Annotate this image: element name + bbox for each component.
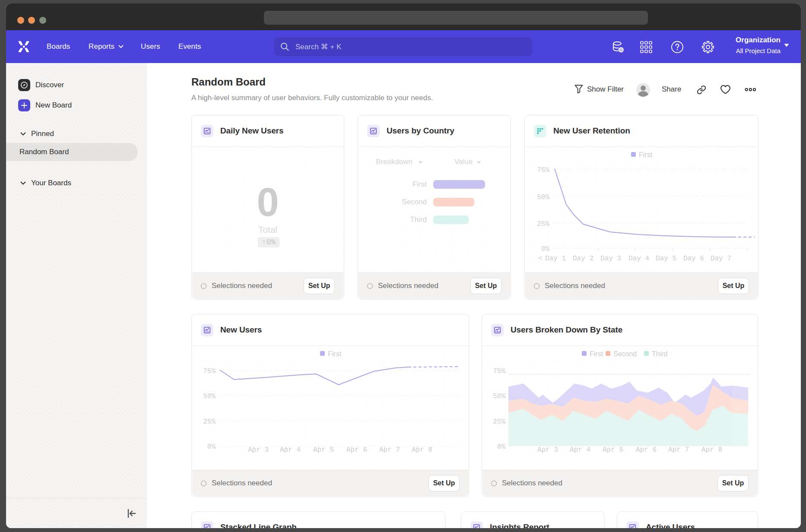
svg-text:Apr 6: Apr 6 bbox=[346, 446, 367, 454]
svg-text:Day 1: Day 1 bbox=[545, 255, 566, 263]
svg-text:Day 6: Day 6 bbox=[683, 255, 704, 263]
svg-text:Second: Second bbox=[613, 350, 637, 358]
svg-text:25%: 25% bbox=[537, 220, 549, 228]
svg-text:50%: 50% bbox=[537, 193, 549, 201]
svg-text:75%: 75% bbox=[537, 166, 549, 174]
svg-text:0%: 0% bbox=[497, 443, 506, 451]
svg-text:0%: 0% bbox=[541, 245, 550, 253]
svg-text:75%: 75% bbox=[203, 367, 216, 375]
svg-text:First: First bbox=[328, 350, 342, 358]
svg-text:50%: 50% bbox=[203, 393, 216, 400]
svg-text:Apr 3: Apr 3 bbox=[537, 446, 558, 454]
svg-text:Apr 5: Apr 5 bbox=[313, 446, 334, 454]
svg-text:25%: 25% bbox=[203, 418, 216, 426]
svg-text:Day 4: Day 4 bbox=[628, 255, 649, 263]
svg-text:First: First bbox=[590, 350, 603, 358]
svg-text:Apr 7: Apr 7 bbox=[379, 446, 400, 454]
svg-text:25%: 25% bbox=[493, 418, 505, 426]
svg-text:Day 3: Day 3 bbox=[600, 255, 621, 263]
svg-text:Third: Third bbox=[652, 350, 667, 358]
svg-text:Apr 3: Apr 3 bbox=[248, 446, 269, 454]
svg-text:Day 2: Day 2 bbox=[573, 255, 593, 263]
svg-text:Apr 4: Apr 4 bbox=[570, 446, 590, 454]
svg-text:Day 5: Day 5 bbox=[656, 255, 676, 263]
svg-text:Apr 8: Apr 8 bbox=[701, 446, 722, 454]
svg-text:Apr 4: Apr 4 bbox=[280, 446, 301, 454]
svg-text:75%: 75% bbox=[493, 367, 505, 375]
svg-text:Apr 5: Apr 5 bbox=[603, 446, 623, 454]
svg-text:0%: 0% bbox=[207, 443, 216, 451]
svg-text:<: < bbox=[538, 255, 543, 263]
svg-text:50%: 50% bbox=[493, 393, 505, 400]
svg-text:Apr 8: Apr 8 bbox=[412, 446, 432, 454]
svg-text:Apr 6: Apr 6 bbox=[636, 446, 657, 454]
svg-text:First: First bbox=[639, 151, 653, 158]
svg-text:Day 7: Day 7 bbox=[711, 255, 731, 263]
svg-text:Apr 7: Apr 7 bbox=[668, 446, 689, 454]
